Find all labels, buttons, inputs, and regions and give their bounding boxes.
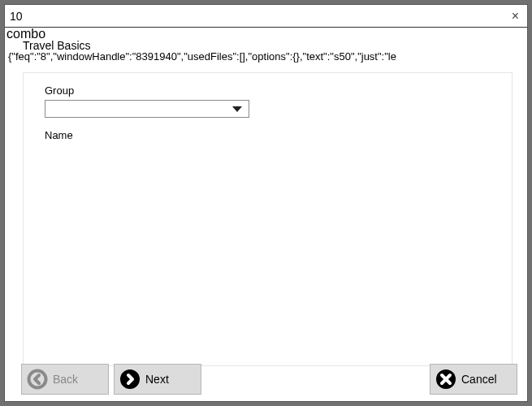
cancel-button[interactable]: Cancel — [430, 364, 517, 395]
window-title: 10 — [10, 10, 23, 23]
next-button-label: Next — [145, 373, 169, 386]
titlebar: 10 × — [5, 5, 527, 28]
svg-point-1 — [120, 369, 140, 389]
name-label: Name — [45, 129, 502, 141]
cancel-button-label: Cancel — [461, 373, 497, 386]
back-button[interactable]: Back — [21, 364, 109, 395]
next-button[interactable]: Next — [114, 364, 201, 395]
button-row: Back Next Cancel — [21, 364, 517, 395]
dialog-body: combo Travel Basics {"feq":"8","windowHa… — [5, 28, 527, 401]
chevron-down-icon — [232, 106, 242, 112]
group-dropdown[interactable] — [45, 100, 249, 118]
close-icon[interactable]: × — [507, 9, 524, 24]
next-icon — [119, 369, 141, 390]
svg-point-0 — [29, 371, 46, 388]
form-panel: Group Name — [23, 72, 513, 366]
dialog-window: 10 × combo Travel Basics {"feq":"8","win… — [4, 4, 528, 402]
back-icon — [27, 369, 48, 390]
back-button-label: Back — [53, 373, 78, 386]
group-label: Group — [45, 84, 502, 97]
cancel-icon — [435, 369, 456, 390]
json-debug-line: {"feq":"8","windowHandle":"8391940","use… — [5, 50, 527, 63]
